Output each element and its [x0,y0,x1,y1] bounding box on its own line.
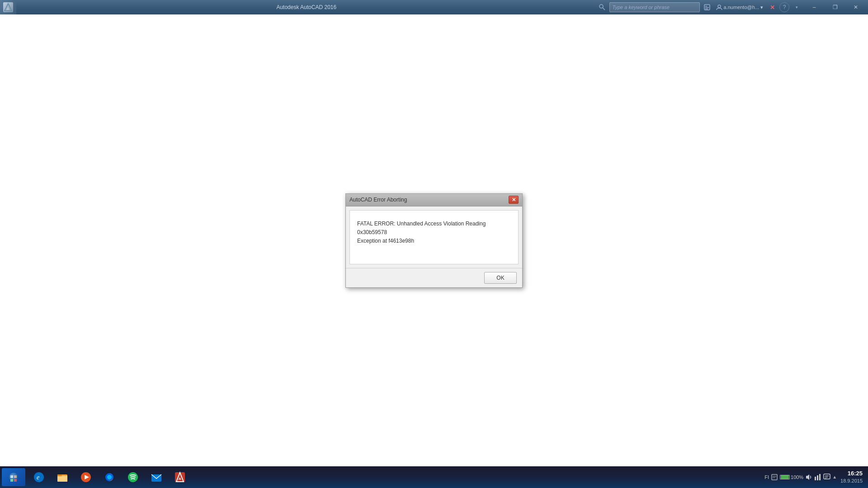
app-logo-area: A [0,0,16,14]
taskbar-explorer-button[interactable] [52,468,73,486]
info-icon [702,2,712,13]
dialog-close-button[interactable]: ✕ [509,196,519,204]
autocad-logo-icon: A [3,2,13,12]
restore-button[interactable]: ❐ [825,0,845,14]
svg-rect-5 [705,6,707,7]
volume-icon [805,474,812,481]
main-content: AutoCAD Error Aborting ✕ FATAL ERROR: Un… [0,14,868,466]
window-controls: – ❐ ✕ [804,0,866,14]
user-info[interactable]: a.numento@h... ▾ [714,4,765,10]
battery-indicator: 100% [780,474,803,480]
username-label: a.numento@h... [724,5,759,10]
dialog-title: AutoCAD Error Aborting [349,197,407,203]
svg-rect-28 [815,477,816,480]
taskbar-autocad-button[interactable]: A [169,468,191,486]
svg-point-18 [107,475,112,479]
clock[interactable]: 16:25 18.9.2015 [840,469,863,485]
tray-files-icon [771,474,778,481]
clock-date: 18.9.2015 [840,478,863,484]
svg-text:e: e [37,474,39,481]
svg-rect-31 [824,474,830,479]
dialog-title-bar: AutoCAD Error Aborting ✕ [346,194,522,206]
svg-text:A: A [7,7,9,10]
tray-expand-icon[interactable]: ▲ [832,474,837,479]
svg-rect-7 [705,9,708,9]
minimize-button[interactable]: – [804,0,825,14]
title-bar-right: a.numento@h... ▾ ✕ ? ▾ – ❐ ✕ [597,0,868,14]
dialog-body: FATAL ERROR: Unhandled Access Violation … [349,210,519,264]
user-chevron-icon: ▾ [760,5,763,10]
system-tray: FI 100% [764,474,837,481]
svg-text:A: A [179,477,181,481]
dialog-overlay: AutoCAD Error Aborting ✕ FATAL ERROR: Un… [0,14,868,466]
battery-bar [780,475,790,479]
error-dialog: AutoCAD Error Aborting ✕ FATAL ERROR: Un… [345,193,523,288]
svg-rect-13 [57,476,67,482]
svg-rect-24 [772,474,777,480]
svg-rect-29 [817,475,818,480]
tray-language: FI [764,474,769,480]
search-box[interactable] [609,2,700,12]
error-line2: Exception at f4613e98h [357,238,414,244]
action-center-icon [823,474,830,481]
taskbar: e [0,466,868,488]
taskbar-right: FI 100% [764,469,866,485]
error-message: FATAL ERROR: Unhandled Access Violation … [357,220,511,246]
svg-marker-27 [806,474,809,480]
title-bar: A Autodesk AutoCAD 2016 [0,0,868,14]
dialog-footer: OK [346,268,522,287]
error-line1: FATAL ERROR: Unhandled Access Violation … [357,221,486,235]
svg-point-8 [718,5,721,8]
start-button[interactable] [2,468,25,486]
svg-line-3 [603,8,605,10]
close-button[interactable]: ✕ [845,0,866,14]
help-button[interactable]: ? [779,2,789,12]
help-chevron-icon[interactable]: ▾ [791,2,802,13]
network-icon [814,474,821,481]
svg-point-2 [599,5,603,8]
clock-time: 16:25 [840,469,863,478]
battery-pct-label: 100% [791,474,803,480]
taskbar-ie-button[interactable]: e [28,468,50,486]
search-input[interactable] [613,5,697,10]
svg-rect-6 [705,7,709,8]
battery-fill [781,475,789,479]
taskbar-media-button[interactable] [75,468,97,486]
app-title: Autodesk AutoCAD 2016 [16,4,597,10]
taskbar-firefox-button[interactable] [99,468,120,486]
clear-button[interactable]: ✕ [767,2,778,13]
taskbar-mail-button[interactable] [146,468,167,486]
ok-button[interactable]: OK [484,272,517,284]
svg-rect-14 [57,474,62,476]
search-icon [597,2,608,13]
taskbar-spotify-button[interactable] [122,468,144,486]
svg-rect-30 [819,474,821,480]
